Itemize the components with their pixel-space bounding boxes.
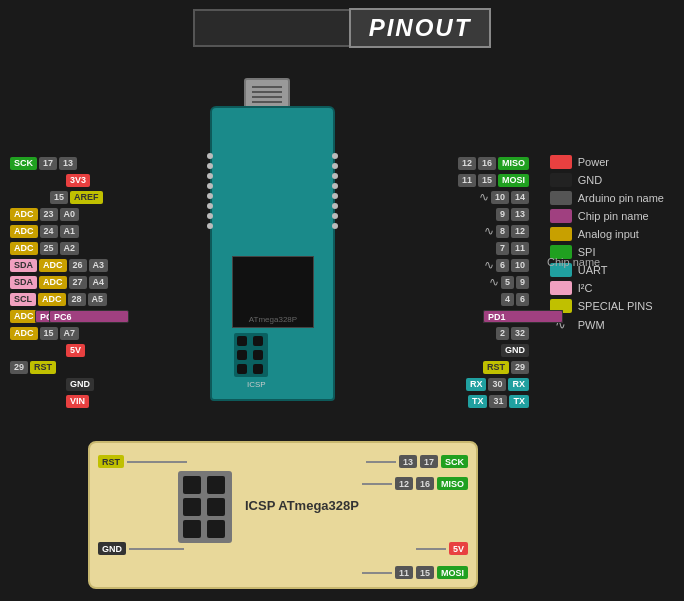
badge-mosi: MOSI	[498, 174, 529, 187]
usb-line-4	[252, 101, 282, 103]
icsp-hole	[253, 364, 263, 374]
pin-h	[207, 163, 213, 169]
pin-h	[332, 193, 338, 199]
legend-i2c: I²C	[550, 281, 664, 295]
pin-row-a3: SDA ADC PC3 26 A3	[10, 257, 108, 273]
legend-color-i2c	[550, 281, 572, 295]
badge-tx2: TX	[509, 395, 529, 408]
pin-row-rst-left: PC6 29 RST	[10, 359, 108, 375]
pin-row-gnd-left: GND	[10, 376, 108, 392]
badge-32r: 32	[511, 327, 529, 340]
badge-29: 29	[10, 361, 28, 374]
icsp-label-board: ICSP	[247, 380, 266, 389]
badge-icsp-rst: RST	[98, 455, 124, 468]
chip-text: ATmega328P	[233, 315, 313, 324]
icsp-pin-3	[183, 498, 201, 516]
badge-a2: A2	[60, 242, 80, 255]
badge-16r: 16	[478, 157, 496, 170]
legend-label-analog: Analog input	[578, 228, 639, 240]
badge-6r2: 6	[516, 293, 529, 306]
badge-adc0: ADC	[10, 208, 38, 221]
badge-gnd-right: GND	[501, 344, 529, 357]
badge-17: 17	[39, 157, 57, 170]
pin-row-a4: SDA ADC PC4 27 A4	[10, 274, 108, 290]
badge-9r: 9	[496, 208, 509, 221]
badge-10r: 10	[491, 191, 509, 204]
pin-h	[207, 153, 213, 159]
badge-pc6: PC6	[49, 310, 129, 323]
legend-label-pwm: PWM	[578, 319, 605, 331]
pin-h	[332, 173, 338, 179]
pin-h	[207, 193, 213, 199]
legend-label-special: SPECIAL PINS	[578, 300, 653, 312]
badge-icsp-16: 16	[416, 477, 434, 490]
badge-9r2: 9	[516, 276, 529, 289]
badge-tx1: TX	[468, 395, 488, 408]
badge-13r: 13	[511, 208, 529, 221]
pin-row-tx: TX PD1 31 TX	[468, 393, 529, 409]
pin-h	[207, 173, 213, 179]
left-pin-headers	[207, 153, 213, 229]
icsp-pin-6	[207, 520, 225, 538]
pin-row-mosi: MOSI PB3 15 11	[458, 172, 529, 188]
pin-row-5v-left: 5V	[10, 342, 108, 358]
badge-12r2: 12	[511, 225, 529, 238]
badge-a1: A1	[60, 225, 80, 238]
icsp-pin-1	[183, 476, 201, 494]
legend-label-i2c: I²C	[578, 282, 593, 294]
icsp-pin-5	[183, 520, 201, 538]
badge-3v3: 3V3	[66, 174, 90, 187]
icsp-pin-2	[207, 476, 225, 494]
pin-row-7: PD7 11 7	[496, 240, 529, 256]
icsp-row-rst: RST	[98, 455, 187, 468]
badge-sck: SCK	[10, 157, 37, 170]
badge-a4: A4	[89, 276, 109, 289]
badge-2r2: 2	[496, 327, 509, 340]
badge-rst-left: RST	[30, 361, 56, 374]
badge-sda: SDA	[10, 259, 37, 272]
pin-h	[332, 223, 338, 229]
pin-row-aref: 15 AREF	[10, 189, 108, 205]
badge-icsp-5v: 5V	[449, 542, 468, 555]
badge-13: 13	[59, 157, 77, 170]
badge-rst-right: RST	[483, 361, 509, 374]
badge-a0: A0	[60, 208, 80, 221]
title-rect-left	[193, 9, 353, 47]
icsp-row-mosi: MOSI PB3 15 11	[362, 566, 468, 579]
badge-25: 25	[40, 242, 58, 255]
page-title: PINOUT	[349, 8, 492, 48]
legend-chip: Chip pin name	[550, 209, 664, 223]
pin-row-rst-right: PC6 29 RST	[483, 359, 529, 375]
badge-aref: AREF	[70, 191, 103, 204]
pwm-sym-8: ∿	[484, 224, 494, 238]
badge-icsp-15: 15	[416, 566, 434, 579]
icsp-line-sck	[366, 461, 396, 463]
pin-h	[332, 213, 338, 219]
icsp-line-5v	[416, 548, 446, 550]
legend-label-gnd: GND	[578, 174, 602, 186]
badge-gnd-left: GND	[66, 378, 94, 391]
badge-30: 30	[488, 378, 506, 391]
badge-vin: VIN	[66, 395, 89, 408]
pin-row-a5: SCL ADC PC5 28 A5	[10, 291, 108, 307]
pin-row-6: PD6 10 6 ∿	[484, 257, 529, 273]
pin-h	[332, 153, 338, 159]
pin-h	[332, 203, 338, 209]
icsp-row-miso: MISO PB4 16 12	[362, 477, 468, 490]
pin-h	[332, 183, 338, 189]
pin-h	[207, 213, 213, 219]
pin-row-miso: MISO PB4 16 12	[458, 155, 529, 171]
arduino-board: ATmega328P ICSP	[200, 78, 345, 408]
badge-26: 26	[69, 259, 87, 272]
badge-scl: SCL	[10, 293, 36, 306]
badge-4r: 4	[501, 293, 514, 306]
pin-h	[207, 183, 213, 189]
legend-label-power: Power	[578, 156, 609, 168]
icsp-row-gnd: GND	[98, 542, 184, 555]
pin-h	[332, 163, 338, 169]
badge-8r: 8	[496, 225, 509, 238]
badge-adc2: ADC	[10, 242, 38, 255]
main-chip: ATmega328P	[232, 256, 314, 328]
badge-icsp-17: 17	[420, 455, 438, 468]
legend-gnd: GND	[550, 173, 664, 187]
